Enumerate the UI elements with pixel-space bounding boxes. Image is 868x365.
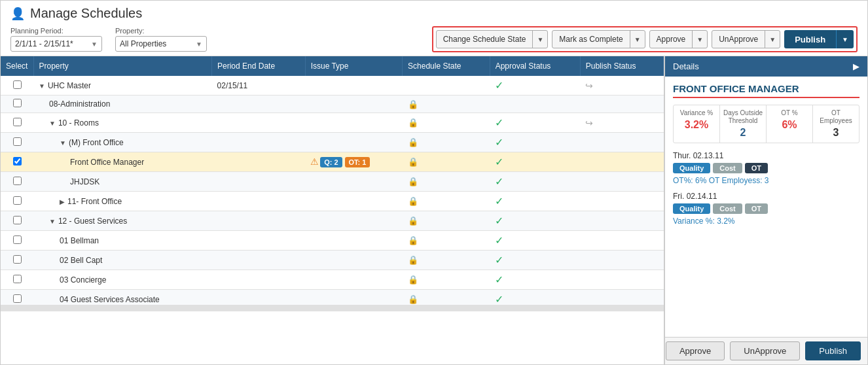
table-row[interactable]: 02 Bell Capt🔒✓ — [1, 251, 664, 270]
row-approval-status: ✓ — [490, 172, 580, 192]
table-row[interactable]: ▼12 - Guest Services🔒✓ — [1, 211, 664, 231]
bottom-publish-button[interactable]: Publish — [805, 341, 861, 360]
property-name: UHC Master — [48, 81, 91, 90]
bottom-unapprove-button[interactable]: UnApprove — [730, 341, 800, 360]
row-checkbox[interactable] — [13, 196, 22, 205]
property-caret: ▼ — [196, 41, 202, 48]
tag-ot[interactable]: OT — [745, 163, 768, 173]
tag-quality[interactable]: Quality — [673, 163, 710, 173]
row-publish-status: ↪ — [580, 113, 663, 133]
publish-button[interactable]: Publish ▼ — [784, 30, 854, 48]
lock-icon: 🔒 — [408, 137, 418, 147]
expand-icon[interactable]: ▼ — [39, 82, 45, 90]
row-checkbox-cell — [1, 113, 33, 133]
row-approval-status: ✓ — [490, 211, 580, 231]
property-label: Property: — [115, 27, 207, 35]
planning-period-label: Planning Period: — [10, 27, 102, 35]
expand-icon[interactable]: ▼ — [49, 218, 56, 225]
row-checkbox[interactable] — [13, 99, 22, 107]
property-name: (M) Front Office — [69, 138, 124, 147]
row-approval-status: ✓ — [490, 76, 580, 96]
row-checkbox[interactable] — [13, 216, 22, 224]
stats-row: Variance %3.2%Days Outside Threshold2OT … — [673, 105, 859, 143]
row-publish-status — [580, 172, 663, 192]
change-state-caret[interactable]: ▼ — [533, 31, 547, 48]
row-checkbox-cell — [1, 270, 33, 290]
tag-quality[interactable]: Quality — [673, 203, 710, 214]
row-period-end — [212, 152, 306, 172]
approve-button[interactable]: Approve ▼ — [649, 30, 708, 48]
row-period-end — [212, 290, 306, 305]
horizontal-scrollbar[interactable] — [1, 305, 664, 311]
q-badge: Q: 2 — [320, 157, 342, 167]
row-approval-status — [490, 96, 580, 113]
mark-complete-label: Mark as Complete — [552, 31, 630, 48]
planning-period-select[interactable]: 2/1/11 - 2/15/11* ▼ — [10, 36, 102, 52]
row-issue-type — [305, 76, 402, 96]
row-schedule-state: 🔒 — [403, 270, 490, 290]
user-icon: 👤 — [10, 7, 25, 21]
check-icon: ✓ — [495, 117, 503, 128]
row-property: ▼(M) Front Office — [33, 133, 212, 152]
row-checkbox[interactable] — [13, 118, 22, 126]
table-row[interactable]: 08-Administration🔒 — [1, 96, 664, 113]
mark-complete-caret[interactable]: ▼ — [630, 31, 645, 48]
table-row[interactable]: 01 Bellman🔒✓ — [1, 231, 664, 251]
stat-label: Days Outside Threshold — [723, 109, 763, 125]
row-property: 01 Bellman — [33, 231, 212, 251]
unapprove-caret[interactable]: ▼ — [765, 31, 780, 48]
row-checkbox[interactable] — [13, 80, 22, 89]
row-publish-status — [580, 133, 663, 152]
publish-caret[interactable]: ▼ — [837, 30, 854, 48]
mark-complete-button[interactable]: Mark as Complete ▼ — [552, 30, 645, 48]
row-checkbox[interactable] — [13, 137, 22, 146]
row-checkbox[interactable] — [13, 275, 22, 283]
lock-icon: 🔒 — [408, 294, 418, 304]
row-checkbox-cell — [1, 133, 33, 152]
property-select[interactable]: All Properties ▼ — [115, 36, 207, 52]
table-row[interactable]: ▼(M) Front Office🔒✓ — [1, 133, 664, 152]
row-approval-status: ✓ — [490, 251, 580, 270]
table-row[interactable]: 04 Guest Services Associate🔒✓ — [1, 290, 664, 305]
row-checkbox[interactable] — [13, 255, 22, 264]
publish-arrow-icon: ↪ — [585, 80, 593, 91]
row-checkbox-cell — [1, 211, 33, 231]
change-state-button[interactable]: Change Schedule State ▼ — [436, 30, 549, 48]
row-checkbox[interactable] — [13, 177, 22, 185]
row-schedule-state: 🔒 — [403, 152, 490, 172]
row-checkbox[interactable] — [13, 235, 22, 244]
approve-caret[interactable]: ▼ — [693, 31, 707, 48]
row-schedule-state: 🔒 — [403, 251, 490, 270]
details-caret-icon[interactable]: ▶ — [853, 61, 859, 71]
stat-box: OT Employees3 — [813, 105, 859, 143]
row-checkbox-cell — [1, 96, 33, 113]
lock-icon: 🔒 — [408, 255, 418, 265]
stat-value: 3.2% — [676, 119, 717, 131]
row-checkbox[interactable] — [13, 294, 22, 303]
row-issue-type — [305, 172, 402, 192]
stat-value: 2 — [723, 127, 763, 139]
row-checkbox[interactable] — [13, 157, 22, 165]
table-row[interactable]: 03 Concierge🔒✓ — [1, 270, 664, 290]
tag-cost[interactable]: Cost — [713, 163, 742, 173]
tag-cost[interactable]: Cost — [713, 203, 742, 214]
row-property: ▼UHC Master — [33, 76, 212, 96]
row-issue-type — [305, 113, 402, 133]
bottom-approve-button[interactable]: Approve — [666, 341, 725, 360]
expand-icon[interactable]: ▼ — [60, 139, 66, 147]
expand-icon[interactable]: ▶ — [60, 198, 65, 205]
tag-ot[interactable]: OT — [745, 203, 768, 214]
expand-icon[interactable]: ▼ — [49, 120, 56, 127]
details-header: Details ▶ — [665, 56, 867, 77]
table-row[interactable]: ▼10 - Rooms🔒✓↪ — [1, 113, 664, 133]
check-icon: ✓ — [495, 254, 503, 266]
row-issue-type — [305, 96, 402, 113]
row-property: 03 Concierge — [33, 270, 212, 290]
row-publish-status — [580, 211, 663, 231]
table-row[interactable]: ▼UHC Master02/15/11✓↪ — [1, 76, 664, 96]
table-row[interactable]: Front Office Manager⚠Q: 2OT: 1🔒✓ — [1, 152, 664, 172]
unapprove-button[interactable]: UnApprove ▼ — [712, 30, 780, 48]
publish-label: Publish — [784, 30, 837, 48]
table-row[interactable]: ▶11- Front Office🔒✓ — [1, 192, 664, 211]
table-row[interactable]: JHJDSK🔒✓ — [1, 172, 664, 192]
